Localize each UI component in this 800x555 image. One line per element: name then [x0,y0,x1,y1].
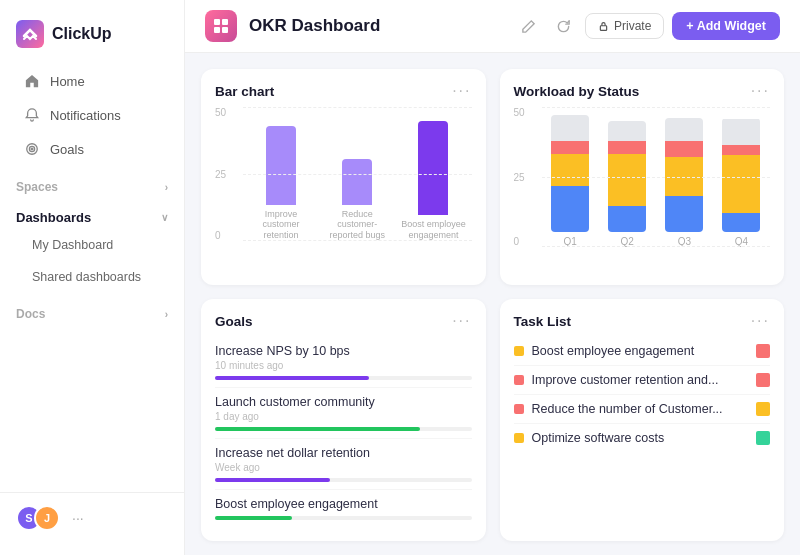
task-list-items: Boost employee engagement Improve custom… [514,337,771,452]
my-dashboard-label: My Dashboard [32,238,113,252]
goal-top: Increase NPS by 10 bps [215,344,472,358]
bar-chart-area: 50250 Improve customer retention Reduce … [215,107,472,271]
task-flag [756,431,770,445]
goals-list: Increase NPS by 10 bps 10 minutes ago La… [215,337,472,527]
task-flag [756,402,770,416]
task-list-header: Task List ··· [514,313,771,329]
stacked-segment [665,157,703,196]
task-item[interactable]: Improve customer retention and... [514,366,771,395]
workload-chart-header: Workload by Status ··· [514,83,771,99]
bar-chart-graph: 50250 Improve customer retention Reduce … [215,107,472,271]
task-list-card: Task List ··· Boost employee engagement … [500,299,785,541]
refresh-button[interactable] [550,13,577,40]
sidebar-footer: S J ··· [0,492,184,543]
task-item[interactable]: Reduce the number of Customer... [514,395,771,424]
task-list-menu[interactable]: ··· [751,313,770,329]
goal-top: Increase net dollar retention [215,446,472,460]
svg-rect-4 [222,19,228,25]
task-list-title: Task List [514,314,572,329]
bar-chart-card: Bar chart ··· 50250 Improve customer ret… [201,69,486,285]
stacked-segment [551,141,589,154]
spaces-label: Spaces [16,180,58,194]
private-label: Private [614,19,651,33]
goals-card-title: Goals [215,314,253,329]
add-widget-label: + Add Widget [686,19,766,33]
bar-group: Boost employee engagement [395,121,471,241]
avatar-j: J [34,505,60,531]
main-content: OKR Dashboard Private + Add Widget Bar c… [185,0,800,555]
spaces-chevron: › [165,182,168,193]
sidebar-item-my-dashboard[interactable]: My Dashboard [8,230,176,260]
task-dot [514,404,524,414]
stacked-segment [722,145,760,155]
svg-rect-7 [600,25,606,30]
bar [418,121,448,215]
goals-card-header: Goals ··· [215,313,472,329]
dashboard-icon [205,10,237,42]
task-item[interactable]: Boost employee engagement [514,337,771,366]
shared-dashboards-label: Shared dashboards [32,270,141,284]
goals-card: Goals ··· Increase NPS by 10 bps 10 minu… [201,299,486,541]
sidebar-item-goals[interactable]: Goals [8,133,176,165]
goal-time: Week ago [215,462,472,473]
goal-progress-bar [215,376,472,380]
bar-label: Improve customer retention [246,209,316,241]
stacked-label: Q1 [563,236,576,247]
workload-chart-menu[interactable]: ··· [751,83,770,99]
goal-item[interactable]: Increase NPS by 10 bps 10 minutes ago [215,337,472,388]
goal-time: 1 day ago [215,411,472,422]
dashboards-label: Dashboards [16,210,91,225]
sidebar: ClickUp Home Notifications Goals Spaces … [0,0,185,555]
bar-group: Improve customer retention [243,126,319,241]
bar-chart-menu[interactable]: ··· [452,83,471,99]
sidebar-item-home[interactable]: Home [8,65,176,97]
goal-item[interactable]: Boost employee engagement [215,490,472,527]
stacked-bar [551,115,589,232]
sidebar-item-shared-dashboards[interactable]: Shared dashboards [8,262,176,292]
goal-top: Launch customer community [215,395,472,409]
bar-chart-y-axis: 50250 [215,107,226,241]
spaces-section[interactable]: Spaces › [0,172,184,198]
stacked-segment [551,115,589,141]
page-title: OKR Dashboard [249,16,503,36]
footer-menu[interactable]: ··· [72,510,84,526]
edit-button[interactable] [515,13,542,40]
goal-name: Increase NPS by 10 bps [215,344,350,358]
stacked-segment [608,154,646,206]
dashboards-section[interactable]: Dashboards ∨ [0,202,184,229]
task-dot [514,433,524,443]
sidebar-goals-label: Goals [50,142,84,157]
goal-time: 10 minutes ago [215,360,472,371]
task-item[interactable]: Optimize software costs [514,424,771,452]
task-flag [756,344,770,358]
stacked-segment [722,213,760,232]
docs-section[interactable]: Docs › [0,299,184,325]
goal-item[interactable]: Increase net dollar retention Week ago [215,439,472,490]
svg-rect-6 [222,27,228,33]
header-actions: Private + Add Widget [515,12,780,40]
logo[interactable]: ClickUp [0,12,184,64]
goal-item[interactable]: Launch customer community 1 day ago [215,388,472,439]
goals-card-menu[interactable]: ··· [452,313,471,329]
docs-chevron: › [165,309,168,320]
bar [266,126,296,205]
stacked-segment [608,141,646,154]
workload-chart-title: Workload by Status [514,84,640,99]
dashboard-grid: Bar chart ··· 50250 Improve customer ret… [185,53,800,555]
stacked-segment [665,196,703,232]
stacked-bar-group: Q1 [542,115,599,247]
task-name: Improve customer retention and... [532,373,749,387]
svg-rect-5 [214,27,220,33]
logo-icon [16,20,44,48]
stacked-label: Q2 [621,236,634,247]
avatar-group[interactable]: S J [16,505,60,531]
stacked-bar-group: Q3 [656,118,713,247]
stacked-label: Q3 [678,236,691,247]
svg-point-2 [31,148,33,150]
task-name: Boost employee engagement [532,344,749,358]
add-widget-button[interactable]: + Add Widget [672,12,780,40]
bar [342,159,372,205]
sidebar-item-notifications[interactable]: Notifications [8,99,176,131]
private-button[interactable]: Private [585,13,664,39]
dashboards-chevron: ∨ [161,212,168,223]
